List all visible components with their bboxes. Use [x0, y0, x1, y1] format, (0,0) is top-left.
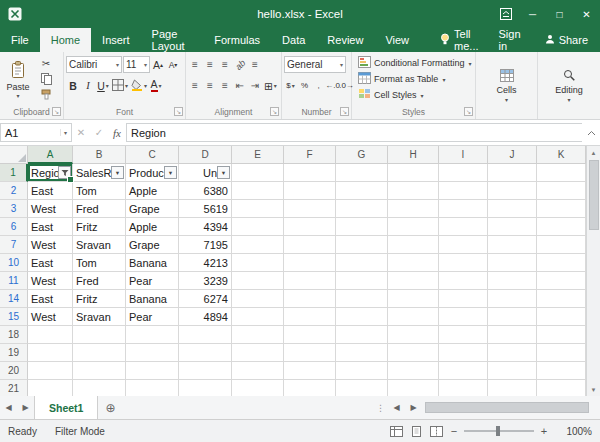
- cell-C21[interactable]: [126, 380, 179, 396]
- column-header-C[interactable]: C: [126, 146, 179, 164]
- tab-page-layout[interactable]: Page Layout: [141, 28, 204, 52]
- cell-G6[interactable]: [336, 218, 388, 236]
- cell-E7[interactable]: [232, 236, 284, 254]
- column-header-G[interactable]: G: [336, 146, 388, 164]
- increase-decimal-button[interactable]: ←.0: [326, 78, 339, 93]
- row-header-15[interactable]: 15: [0, 308, 28, 326]
- align-left-button[interactable]: ≡: [188, 78, 202, 93]
- cell-J11[interactable]: [488, 272, 537, 290]
- ribbon-display-options-button[interactable]: [492, 0, 519, 28]
- cell-F14[interactable]: [284, 290, 336, 308]
- cell-D18[interactable]: [179, 326, 232, 344]
- cell-H15[interactable]: [388, 308, 439, 326]
- cell-J20[interactable]: [488, 362, 537, 380]
- cell-J19[interactable]: [488, 344, 537, 362]
- tab-data[interactable]: Data: [271, 28, 316, 52]
- cell-F6[interactable]: [284, 218, 336, 236]
- cell-I14[interactable]: [439, 290, 488, 308]
- excel-app-icon[interactable]: [8, 7, 22, 21]
- cell-C1[interactable]: Produc▼: [126, 164, 179, 182]
- borders-dropdown-icon[interactable]: ▾: [125, 82, 128, 89]
- cell-A15[interactable]: West: [28, 308, 73, 326]
- cell-B18[interactable]: [73, 326, 126, 344]
- hscroll-right-button[interactable]: ▶: [405, 396, 422, 419]
- cell-I11[interactable]: [439, 272, 488, 290]
- cell-H7[interactable]: [388, 236, 439, 254]
- cell-F1[interactable]: [284, 164, 336, 182]
- column-header-J[interactable]: J: [488, 146, 537, 164]
- cell-B6[interactable]: Fritz: [73, 218, 126, 236]
- cut-button[interactable]: ✂: [36, 56, 56, 71]
- tab-formulas[interactable]: Formulas: [203, 28, 271, 52]
- tab-home[interactable]: Home: [40, 28, 91, 52]
- cell-I2[interactable]: [439, 182, 488, 200]
- zoom-slider-thumb[interactable]: [496, 426, 500, 436]
- cell-C15[interactable]: Pear: [126, 308, 179, 326]
- align-top-button[interactable]: ≡: [188, 57, 202, 72]
- cell-B11[interactable]: Fred: [73, 272, 126, 290]
- cell-K6[interactable]: [537, 218, 586, 236]
- close-button[interactable]: ✕: [573, 0, 600, 28]
- cell-K20[interactable]: [537, 362, 586, 380]
- tab-file[interactable]: File: [0, 28, 40, 52]
- cell-D11[interactable]: 3239: [179, 272, 232, 290]
- decrease-indent-button[interactable]: ⇤: [233, 78, 247, 93]
- cell-D1[interactable]: Units▼: [179, 164, 232, 182]
- cell-F7[interactable]: [284, 236, 336, 254]
- align-middle-button[interactable]: ≡: [203, 57, 217, 72]
- cell-E21[interactable]: [232, 380, 284, 396]
- font-name-select[interactable]: Calibri▾: [66, 56, 122, 73]
- zoom-level[interactable]: 100%: [556, 426, 592, 437]
- accounting-format-button[interactable]: $▾: [284, 78, 297, 93]
- expand-formula-bar-button[interactable]: [582, 130, 600, 136]
- cell-A18[interactable]: [28, 326, 73, 344]
- cell-H10[interactable]: [388, 254, 439, 272]
- filter-applied-icon-A[interactable]: [58, 166, 71, 179]
- merge-dropdown-icon[interactable]: ▾: [274, 82, 277, 89]
- bold-button[interactable]: B: [66, 78, 80, 94]
- styles-dialog-launcher[interactable]: ↘: [464, 107, 473, 116]
- cell-I20[interactable]: [439, 362, 488, 380]
- cell-H18[interactable]: [388, 326, 439, 344]
- cancel-button[interactable]: ✕: [72, 127, 90, 138]
- italic-button[interactable]: I: [81, 78, 95, 94]
- cell-D20[interactable]: [179, 362, 232, 380]
- cell-J6[interactable]: [488, 218, 537, 236]
- cell-K14[interactable]: [537, 290, 586, 308]
- cell-A6[interactable]: East: [28, 218, 73, 236]
- cell-B14[interactable]: Fritz: [73, 290, 126, 308]
- cell-K10[interactable]: [537, 254, 586, 272]
- cell-H1[interactable]: [388, 164, 439, 182]
- font-name-dropdown-icon[interactable]: ▾: [116, 61, 119, 68]
- column-header-D[interactable]: D: [179, 146, 232, 164]
- cell-I21[interactable]: [439, 380, 488, 396]
- tab-view[interactable]: View: [374, 28, 420, 52]
- cell-E15[interactable]: [232, 308, 284, 326]
- font-color-button[interactable]: A▾: [149, 78, 163, 94]
- cell-J14[interactable]: [488, 290, 537, 308]
- cell-H19[interactable]: [388, 344, 439, 362]
- cell-J1[interactable]: [488, 164, 537, 182]
- format-painter-button[interactable]: [36, 88, 56, 103]
- font-size-select[interactable]: 11▾: [123, 56, 150, 73]
- page-layout-view-button[interactable]: [406, 420, 426, 442]
- cell-A2[interactable]: East: [28, 182, 73, 200]
- cell-I18[interactable]: [439, 326, 488, 344]
- column-header-H[interactable]: H: [388, 146, 439, 164]
- insert-function-button[interactable]: fx: [108, 127, 126, 139]
- row-header-2[interactable]: 2: [0, 182, 28, 200]
- cell-J18[interactable]: [488, 326, 537, 344]
- underline-button[interactable]: U▾: [96, 78, 110, 94]
- zoom-out-button[interactable]: −: [446, 425, 462, 437]
- cell-F18[interactable]: [284, 326, 336, 344]
- normal-view-button[interactable]: [386, 420, 406, 442]
- cell-E18[interactable]: [232, 326, 284, 344]
- merge-center-button[interactable]: ⊞▾: [263, 78, 278, 94]
- cell-B19[interactable]: [73, 344, 126, 362]
- cell-I10[interactable]: [439, 254, 488, 272]
- cell-C11[interactable]: Pear: [126, 272, 179, 290]
- tab-splitter-handle[interactable]: ⋮: [373, 396, 388, 419]
- cell-G14[interactable]: [336, 290, 388, 308]
- number-dialog-launcher[interactable]: ↘: [340, 107, 349, 116]
- row-header-7[interactable]: 7: [0, 236, 28, 254]
